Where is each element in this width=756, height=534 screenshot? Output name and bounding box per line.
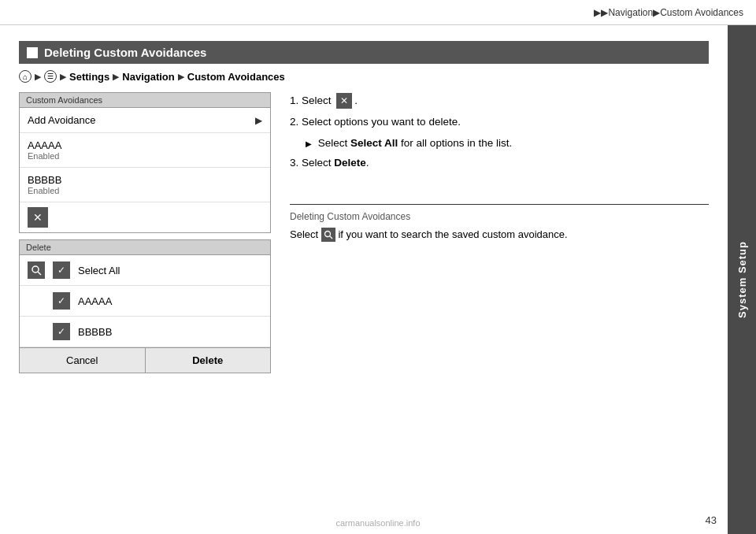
aaaaa-delete-label: AAAAA	[78, 295, 112, 307]
two-column-layout: Custom Avoidances Add Avoidance ▶ AAAAA …	[19, 92, 709, 373]
navigation-label: Navigation	[122, 71, 174, 83]
custom-avoidances-label: Custom Avoidances	[187, 71, 285, 83]
step-2: 2. Select options you want to delete.	[290, 113, 709, 132]
step-2-num: 2.	[290, 116, 298, 128]
aaaaa-status: Enabled	[28, 151, 61, 161]
search-select-all-row[interactable]: ✓ Select All	[20, 255, 270, 286]
main-content: Deleting Custom Avoidances ⌂ ▶ ☰ ▶ Setti…	[0, 25, 728, 534]
step-2-sub: ▶ Select Select All for all options in t…	[290, 135, 709, 153]
step-2-rest: for all options in the list.	[401, 137, 512, 149]
delete-title: Delete	[20, 240, 270, 255]
svg-point-0	[32, 266, 39, 273]
left-column: Custom Avoidances Add Avoidance ▶ AAAAA …	[19, 92, 271, 373]
delete-icon-button[interactable]: ✕	[28, 207, 48, 228]
custom-avoidances-screen: Custom Avoidances Add Avoidance ▶ AAAAA …	[19, 92, 271, 233]
breadcrumb-text: ▶▶Navigation▶Custom Avoidances	[594, 7, 743, 18]
watermark: carmanualsonline.info	[335, 518, 420, 528]
step-1-text: Select	[302, 95, 332, 106]
top-breadcrumb-bar: ▶▶Navigation▶Custom Avoidances	[0, 0, 756, 25]
bbbbb-delete-row[interactable]: ✓ BBBBB	[20, 317, 270, 347]
step-3-num: 3.	[290, 157, 298, 169]
svg-line-1	[38, 272, 41, 275]
aaaaa-delete-row[interactable]: ✓ AAAAA	[20, 286, 270, 317]
info-body-post: if you want to search the saved custom a…	[338, 228, 567, 240]
menu-icon: ☰	[44, 70, 57, 83]
delete-action-buttons: Cancel Delete	[20, 347, 270, 373]
svg-point-2	[324, 232, 330, 237]
bbbbb-item[interactable]: BBBBB Enabled	[20, 168, 270, 202]
step-3-bold: Delete	[334, 157, 366, 169]
add-avoidance-label: Add Avoidance	[28, 114, 96, 126]
triangle-icon: ▶	[306, 139, 312, 148]
step-1-num: 1.	[290, 95, 298, 106]
step-2-sub-label: Select	[318, 137, 348, 149]
search-icon	[28, 261, 45, 279]
bbbbb-status: Enabled	[28, 186, 61, 195]
svg-line-3	[329, 236, 332, 239]
aaaaa-name: AAAAA	[28, 139, 61, 151]
select-all-label: Select All	[78, 265, 120, 276]
breadcrumb-path: ⌂ ▶ ☰ ▶ Settings ▶ Navigation ▶ Custom A…	[19, 70, 709, 83]
step-1-icon: ✕	[336, 93, 352, 109]
right-column: 1. Select ✕. 2. Select options you want …	[290, 92, 709, 373]
step-3-pre: Select	[302, 157, 332, 169]
aaaaa-item[interactable]: AAAAA Enabled	[20, 133, 270, 168]
step-2-text: Select options you want to delete.	[302, 116, 461, 128]
delete-screen: Delete ✓ Select All ✓ AAAAA	[19, 239, 271, 373]
info-box: Deleting Custom Avoidances Select if you…	[290, 204, 709, 243]
delete-button[interactable]: Delete	[146, 348, 271, 373]
steps-section: 1. Select ✕. 2. Select options you want …	[290, 92, 709, 172]
step-3: 3. Select Delete.	[290, 154, 709, 172]
cancel-button[interactable]: Cancel	[20, 348, 146, 373]
page-number: 43	[706, 514, 717, 526]
custom-avoidances-title: Custom Avoidances	[20, 93, 270, 108]
home-icon: ⌂	[19, 70, 32, 83]
bbbbb-check: ✓	[53, 323, 70, 340]
bbbbb-name: BBBBB	[28, 174, 61, 186]
right-sidebar: System Setup	[728, 25, 756, 534]
add-avoidance-arrow: ▶	[255, 115, 262, 126]
settings-label: Settings	[69, 71, 109, 83]
sidebar-label: System Setup	[736, 241, 748, 318]
section-title: Deleting Custom Avoidances	[44, 46, 206, 59]
info-box-title: Deleting Custom Avoidances	[290, 211, 709, 222]
select-all-check: ✓	[53, 261, 70, 279]
info-body-pre: Select	[290, 228, 318, 240]
section-header-square	[27, 47, 38, 58]
info-box-body: Select if you want to search the saved c…	[290, 227, 709, 243]
bbbbb-delete-label: BBBBB	[78, 326, 112, 338]
step-2-bold: Select All	[350, 137, 398, 149]
aaaaa-check: ✓	[53, 292, 70, 310]
add-avoidance-item[interactable]: Add Avoidance ▶	[20, 108, 270, 133]
info-section: Deleting Custom Avoidances Select if you…	[290, 204, 709, 243]
info-search-icon	[321, 228, 335, 242]
section-header: Deleting Custom Avoidances	[19, 41, 709, 64]
step-1: 1. Select ✕.	[290, 92, 709, 110]
